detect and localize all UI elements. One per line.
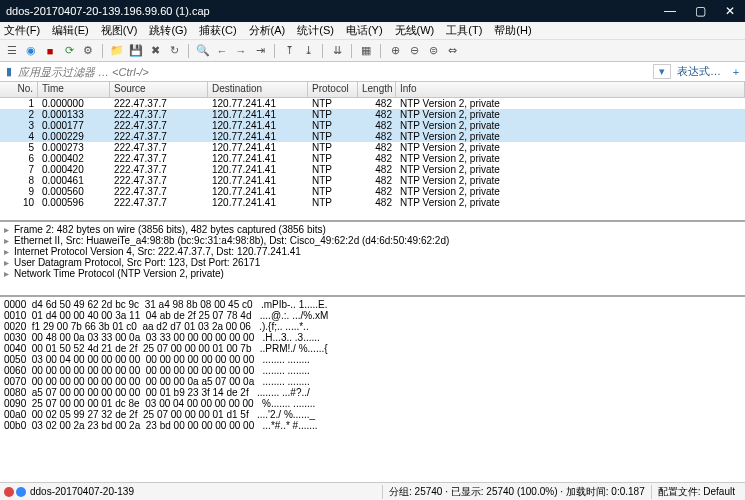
- col-no[interactable]: No.: [0, 82, 38, 97]
- menu-item[interactable]: 帮助(H): [494, 23, 531, 38]
- menu-item[interactable]: 捕获(C): [199, 23, 236, 38]
- separator: [188, 44, 189, 58]
- packet-row[interactable]: 80.000461222.47.37.7120.77.241.41NTP482N…: [0, 175, 745, 186]
- resize-cols-icon[interactable]: ⇔: [444, 43, 460, 59]
- menu-item[interactable]: 视图(V): [101, 23, 138, 38]
- autoscroll-icon[interactable]: ⇊: [329, 43, 345, 59]
- find-icon[interactable]: 🔍: [195, 43, 211, 59]
- hex-line[interactable]: 00a0 00 02 05 99 27 32 de 2f 25 07 00 00…: [4, 409, 741, 420]
- menu-item[interactable]: 无线(W): [395, 23, 435, 38]
- zoom-fit-icon[interactable]: ⊜: [425, 43, 441, 59]
- status-packets: 分组: 25740 · 已显示: 25740 (100.0%) · 加载时间: …: [382, 485, 651, 499]
- first-icon[interactable]: ⤒: [281, 43, 297, 59]
- prev-icon[interactable]: ←: [214, 43, 230, 59]
- plus-icon[interactable]: +: [727, 66, 745, 78]
- zoom-in-icon[interactable]: ⊕: [387, 43, 403, 59]
- menu-item[interactable]: 编辑(E): [52, 23, 89, 38]
- separator: [351, 44, 352, 58]
- reload-icon[interactable]: ↻: [166, 43, 182, 59]
- packet-list-pane[interactable]: 10.000000222.47.37.7120.77.241.41NTP482N…: [0, 98, 745, 220]
- packet-details-pane[interactable]: ▸Frame 2: 482 bytes on wire (3856 bits),…: [0, 220, 745, 295]
- status-bar: ddos-20170407-20-139 分组: 25740 · 已显示: 25…: [0, 482, 745, 500]
- menu-item[interactable]: 电话(Y): [346, 23, 383, 38]
- jump-icon[interactable]: ⇥: [252, 43, 268, 59]
- detail-line[interactable]: ▸Frame 2: 482 bytes on wire (3856 bits),…: [4, 224, 741, 235]
- minimize-button[interactable]: —: [655, 4, 685, 18]
- window-titlebar: ddos-20170407-20-139.196.99.60 (1).cap —…: [0, 0, 745, 22]
- colorize-icon[interactable]: ▦: [358, 43, 374, 59]
- col-info[interactable]: Info: [396, 82, 745, 97]
- filter-bar: ▮ ▾ 表达式… +: [0, 62, 745, 82]
- save-icon[interactable]: 💾: [128, 43, 144, 59]
- packet-list-header: No. Time Source Destination Protocol Len…: [0, 82, 745, 98]
- maximize-button[interactable]: ▢: [685, 4, 715, 18]
- capture-stop-icon[interactable]: ■: [42, 43, 58, 59]
- packet-row[interactable]: 100.000596222.47.37.7120.77.241.41NTP482…: [0, 197, 745, 208]
- filter-dropdown-icon[interactable]: ▾: [653, 64, 671, 79]
- toolbar: ☰ ◉ ■ ⟳ ⚙ 📁 💾 ✖ ↻ 🔍 ← → ⇥ ⤒ ⤓ ⇊ ▦ ⊕ ⊖ ⊜ …: [0, 40, 745, 62]
- status-file: ddos-20170407-20-139: [30, 486, 134, 497]
- restart-icon[interactable]: ⟳: [61, 43, 77, 59]
- col-protocol[interactable]: Protocol: [308, 82, 358, 97]
- expression-button[interactable]: 表达式…: [671, 64, 727, 79]
- packet-row[interactable]: 20.000133222.47.37.7120.77.241.41NTP482N…: [0, 109, 745, 120]
- next-icon[interactable]: →: [233, 43, 249, 59]
- packet-bytes-pane[interactable]: 0000 d4 6d 50 49 62 2d bc 9c 31 a4 98 8b…: [0, 295, 745, 482]
- bookmark-icon[interactable]: ▮: [0, 65, 18, 78]
- hex-line[interactable]: 0080 a5 07 00 00 00 00 00 00 00 01 b9 23…: [4, 387, 741, 398]
- packet-row[interactable]: 70.000420222.47.37.7120.77.241.41NTP482N…: [0, 164, 745, 175]
- close-button[interactable]: ✕: [715, 4, 745, 18]
- detail-line[interactable]: ▸User Datagram Protocol, Src Port: 123, …: [4, 257, 741, 268]
- hex-line[interactable]: 0090 25 07 00 00 00 01 dc 8e 03 00 04 00…: [4, 398, 741, 409]
- menu-item[interactable]: 分析(A): [249, 23, 286, 38]
- hex-line[interactable]: 0070 00 00 00 00 00 00 00 00 00 00 00 0a…: [4, 376, 741, 387]
- hex-line[interactable]: 0050 03 00 04 00 00 00 00 00 00 00 00 00…: [4, 354, 741, 365]
- separator: [274, 44, 275, 58]
- separator: [380, 44, 381, 58]
- separator: [322, 44, 323, 58]
- menu-item[interactable]: 跳转(G): [149, 23, 187, 38]
- detail-line[interactable]: ▸Internet Protocol Version 4, Src: 222.4…: [4, 246, 741, 257]
- options-icon[interactable]: ⚙: [80, 43, 96, 59]
- separator: [102, 44, 103, 58]
- hex-line[interactable]: 0060 00 00 00 00 00 00 00 00 00 00 00 00…: [4, 365, 741, 376]
- hex-line[interactable]: 0040 00 01 50 52 4d 21 de 2f 25 07 00 00…: [4, 343, 741, 354]
- zoom-out-icon[interactable]: ⊖: [406, 43, 422, 59]
- status-profile[interactable]: 配置文件: Default: [651, 485, 741, 499]
- detail-line[interactable]: ▸Network Time Protocol (NTP Version 2, p…: [4, 268, 741, 279]
- open-icon[interactable]: 📁: [109, 43, 125, 59]
- packet-row[interactable]: 30.000177222.47.37.7120.77.241.41NTP482N…: [0, 120, 745, 131]
- menu-item[interactable]: 统计(S): [297, 23, 334, 38]
- packet-row[interactable]: 50.000273222.47.37.7120.77.241.41NTP482N…: [0, 142, 745, 153]
- last-icon[interactable]: ⤓: [300, 43, 316, 59]
- list-icon[interactable]: ☰: [4, 43, 20, 59]
- detail-line[interactable]: ▸Ethernet II, Src: HuaweiTe_a4:98:8b (bc…: [4, 235, 741, 246]
- expert-info-icon[interactable]: [4, 487, 14, 497]
- capture-start-icon[interactable]: ◉: [23, 43, 39, 59]
- hex-line[interactable]: 00b0 03 02 00 2a 23 bd 00 2a 23 bd 00 00…: [4, 420, 741, 431]
- packet-row[interactable]: 90.000560222.47.37.7120.77.241.41NTP482N…: [0, 186, 745, 197]
- col-destination[interactable]: Destination: [208, 82, 308, 97]
- col-time[interactable]: Time: [38, 82, 110, 97]
- menu-item[interactable]: 工具(T): [446, 23, 482, 38]
- display-filter-input[interactable]: [18, 66, 653, 78]
- menu-item[interactable]: 文件(F): [4, 23, 40, 38]
- packet-row[interactable]: 60.000402222.47.37.7120.77.241.41NTP482N…: [0, 153, 745, 164]
- capture-info-icon[interactable]: [16, 487, 26, 497]
- menu-bar: 文件(F)编辑(E)视图(V)跳转(G)捕获(C)分析(A)统计(S)电话(Y)…: [0, 22, 745, 40]
- col-length[interactable]: Length: [358, 82, 396, 97]
- close-file-icon[interactable]: ✖: [147, 43, 163, 59]
- hex-line[interactable]: 0010 01 d4 00 00 40 00 3a 11 04 ab de 2f…: [4, 310, 741, 321]
- col-source[interactable]: Source: [110, 82, 208, 97]
- packet-row[interactable]: 10.000000222.47.37.7120.77.241.41NTP482N…: [0, 98, 745, 109]
- hex-line[interactable]: 0030 00 48 00 0a 03 33 00 0a 03 33 00 00…: [4, 332, 741, 343]
- hex-line[interactable]: 0020 f1 29 00 7b 66 3b 01 c0 aa d2 d7 01…: [4, 321, 741, 332]
- window-title: ddos-20170407-20-139.196.99.60 (1).cap: [6, 5, 655, 17]
- hex-line[interactable]: 0000 d4 6d 50 49 62 2d bc 9c 31 a4 98 8b…: [4, 299, 741, 310]
- packet-row[interactable]: 40.000229222.47.37.7120.77.241.41NTP482N…: [0, 131, 745, 142]
